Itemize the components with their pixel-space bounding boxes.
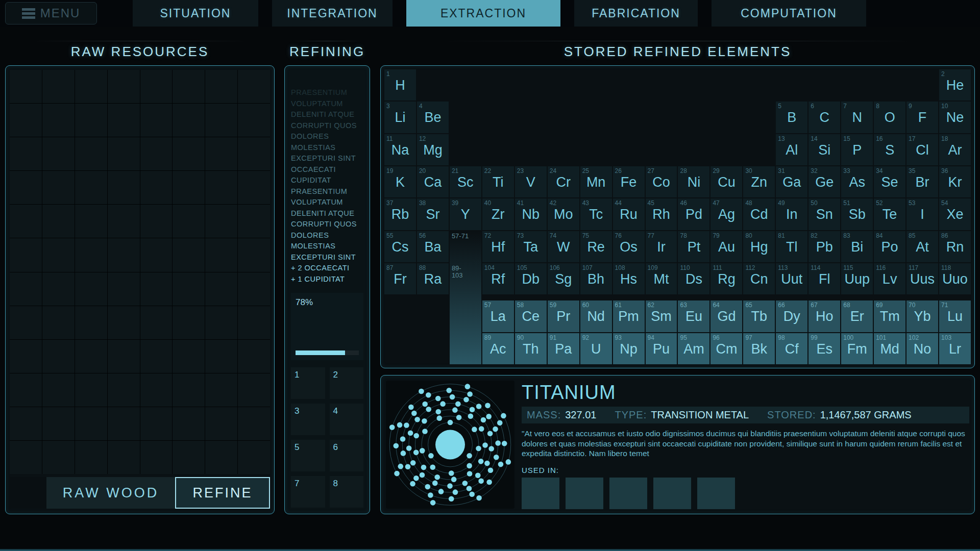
menu-button[interactable]: MENU [5,2,97,24]
element-cell-db[interactable]: 105Db [515,263,547,294]
element-cell-be[interactable]: 4Be [417,102,449,133]
element-cell-sc[interactable]: 21Sc [450,166,481,197]
element-cell-ge[interactable]: 32Ge [808,166,840,197]
resource-grid-cell[interactable] [238,205,270,238]
element-cell-ni[interactable]: 28Ni [678,166,709,197]
tab-integration[interactable]: INTEGRATION [272,0,393,27]
element-cell-ti[interactable]: 22Ti [482,166,514,197]
resource-grid-cell[interactable] [140,373,173,407]
element-cell-o[interactable]: 8O [874,102,905,133]
resource-grid-cell[interactable] [173,238,205,271]
element-cell-ga[interactable]: 31Ga [776,166,807,197]
resource-grid-cell[interactable] [108,238,140,271]
resource-grid-cell[interactable] [238,407,270,440]
element-cell-sb[interactable]: 51Sb [841,198,873,230]
element-cell-cs[interactable]: 55Cs [384,231,416,262]
element-cell-mo[interactable]: 42Mo [548,198,579,230]
resource-grid-cell[interactable] [238,238,270,271]
element-cell-se[interactable]: 34Se [874,166,905,197]
resource-grid-cell[interactable] [10,104,42,137]
element-cell-np[interactable]: 93Np [613,333,645,364]
element-cell-yb[interactable]: 70Yb [906,300,938,332]
resource-grid-cell[interactable] [205,306,237,339]
resource-grid-cell[interactable] [75,407,107,440]
element-cell-nd[interactable]: 60Nd [580,300,612,332]
tab-extraction[interactable]: EXTRACTION [406,0,560,27]
element-cell-h[interactable]: 1H [384,69,416,101]
resource-grid-cell[interactable] [10,373,42,407]
resource-grid-cell[interactable] [205,373,237,407]
element-cell-lv[interactable]: 116Lv [874,263,905,294]
resource-grid-cell[interactable] [108,373,140,407]
resource-grid-cell[interactable] [75,171,107,204]
resource-grid-cell[interactable] [108,104,140,137]
element-cell-as[interactable]: 33As [841,166,873,197]
resource-grid-cell[interactable] [140,238,173,271]
element-cell-tc[interactable]: 43Tc [580,198,612,230]
resource-grid-cell[interactable] [205,272,237,306]
resource-grid-cell[interactable] [10,272,42,306]
element-cell-sr[interactable]: 38Sr [417,198,449,230]
element-cell-au[interactable]: 79Au [710,231,742,262]
element-cell-hf[interactable]: 72Hf [482,231,514,262]
element-cell-sg[interactable]: 106Sg [548,263,579,294]
resource-grid-cell[interactable] [173,171,205,204]
element-cell-cd[interactable]: 48Cd [743,198,775,230]
resource-grid-cell[interactable] [140,407,173,440]
element-cell-pr[interactable]: 59Pr [548,300,579,332]
element-cell-bi[interactable]: 83Bi [841,231,873,262]
element-cell-pd[interactable]: 46Pd [678,198,709,230]
element-cell-at[interactable]: 85At [906,231,938,262]
element-cell-c[interactable]: 6C [808,102,840,133]
element-cell-cm[interactable]: 96Cm [710,333,742,364]
element-cell-hs[interactable]: 108Hs [613,263,645,294]
resource-grid-cell[interactable] [42,373,75,407]
resource-grid-cell[interactable] [205,340,237,373]
element-cell-ta[interactable]: 73Ta [515,231,547,262]
element-cell-rh[interactable]: 45Rh [646,198,677,230]
tab-computation[interactable]: COMPUTATION [712,0,866,27]
refining-slot-5[interactable]: 5 [291,440,325,471]
element-cell-la[interactable]: 57La [482,300,514,332]
resource-grid-cell[interactable] [238,171,270,204]
element-cell-xe[interactable]: 54Xe [939,198,971,230]
element-cell-eu[interactable]: 63Eu [678,300,709,332]
refining-slot-2[interactable]: 2 [330,367,364,399]
element-cell-tb[interactable]: 65Tb [743,300,775,332]
element-cell-uut[interactable]: 113Uut [776,263,807,294]
resource-grid-cell[interactable] [205,407,237,440]
resource-grid-cell[interactable] [42,340,75,373]
element-cell-ds[interactable]: 110Ds [678,263,709,294]
resource-grid-cell[interactable] [75,272,107,306]
refining-slot-7[interactable]: 7 [291,476,325,508]
resource-grid-cell[interactable] [10,340,42,373]
element-cell-f[interactable]: 9F [906,102,938,133]
resource-grid-cell[interactable] [140,441,173,474]
element-cell-cr[interactable]: 24Cr [548,166,579,197]
element-cell-rb[interactable]: 37Rb [384,198,416,230]
element-cell-in[interactable]: 49In [776,198,807,230]
resource-grid-cell[interactable] [75,441,107,474]
element-cell-fr[interactable]: 87Fr [384,263,416,294]
resource-grid-cell[interactable] [42,407,75,440]
element-cell-po[interactable]: 84Po [874,231,905,262]
resource-grid-cell[interactable] [173,272,205,306]
element-cell-zn[interactable]: 30Zn [743,166,775,197]
element-cell-fl[interactable]: 114Fl [808,263,840,294]
element-cell-bh[interactable]: 107Bh [580,263,612,294]
resource-grid-cell[interactable] [10,306,42,339]
element-cell-hg[interactable]: 80Hg [743,231,775,262]
element-cell-ca[interactable]: 20Ca [417,166,449,197]
element-cell-pm[interactable]: 61Pm [613,300,645,332]
element-cell-os[interactable]: 76Os [613,231,645,262]
resource-grid-cell[interactable] [108,272,140,306]
refining-slot-3[interactable]: 3 [291,404,325,435]
element-cell-ra[interactable]: 88Ra [417,263,449,294]
resource-grid-cell[interactable] [42,306,75,339]
resource-grid-cell[interactable] [108,171,140,204]
element-cell-b[interactable]: 5B [776,102,807,133]
resource-grid-cell[interactable] [42,441,75,474]
resource-grid-cell[interactable] [75,205,107,238]
element-cell-kr[interactable]: 36Kr [939,166,971,197]
resource-grid-cell[interactable] [140,104,173,137]
